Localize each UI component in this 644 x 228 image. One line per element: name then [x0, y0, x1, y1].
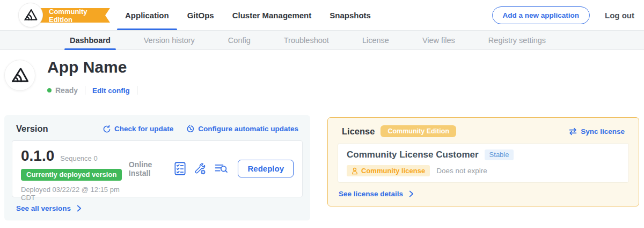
sync-arrows-icon — [568, 127, 577, 136]
tab-registry-settings[interactable]: Registry settings — [472, 31, 562, 49]
app-sub-nav: Dashboard Version history Config Trouble… — [0, 30, 644, 50]
check-for-update-link[interactable]: Check for update — [103, 125, 173, 133]
config-wrench-icon[interactable] — [194, 162, 206, 175]
tab-label: Troubleshoot — [284, 36, 329, 45]
nav-item-label: Cluster Management — [232, 11, 312, 20]
app-status-row: Ready Edit config — [47, 86, 144, 95]
version-card-links: Check for update Configure automatic upd… — [103, 125, 298, 133]
tab-label: Version history — [144, 36, 195, 45]
license-card-title: License — [342, 126, 375, 137]
version-card-header: Version Check for update — [12, 124, 303, 134]
tab-label: Registry settings — [488, 36, 546, 45]
redeploy-button[interactable]: Redeploy — [238, 160, 294, 177]
avatar — [4, 60, 35, 91]
replicated-mark-icon — [10, 66, 30, 85]
tab-label: View files — [422, 36, 455, 45]
see-license-details-link[interactable]: See license details — [339, 190, 629, 198]
link-label: Check for update — [114, 125, 173, 133]
tab-dashboard[interactable]: Dashboard — [53, 31, 127, 49]
nav-item-label: GitOps — [187, 11, 214, 20]
nav-item-gitops[interactable]: GitOps — [178, 0, 223, 30]
license-card: License Community Edition Sync license C… — [327, 117, 639, 206]
nav-item-cluster-management[interactable]: Cluster Management — [223, 0, 321, 30]
link-label: See all versions — [16, 204, 71, 212]
clock-refresh-icon — [186, 125, 195, 133]
license-summary-panel: Community License Customer Stable Commun… — [338, 143, 629, 183]
sync-license-link[interactable]: Sync license — [568, 127, 625, 136]
tab-troubleshoot[interactable]: Troubleshoot — [267, 31, 346, 49]
refresh-icon — [103, 125, 111, 133]
version-number: 0.1.0 — [21, 147, 54, 165]
nav-item-application[interactable]: Application — [116, 0, 178, 30]
sequence-label: Sequence 0 — [60, 154, 97, 162]
version-actions: Online Install — [129, 160, 294, 177]
channel-badge: Stable — [485, 149, 514, 160]
version-info-column: 0.1.0 Sequence 0 Currently deployed vers… — [21, 147, 129, 190]
license-card-header: License Community Edition Sync license — [338, 125, 629, 137]
version-card-title: Version — [16, 124, 48, 134]
divider — [85, 86, 85, 95]
primary-nav: Application GitOps Cluster Management Sn… — [116, 0, 380, 30]
divider — [137, 86, 137, 95]
configure-automatic-updates-link[interactable]: Configure automatic updates — [186, 125, 298, 133]
link-label: See license details — [339, 190, 403, 198]
app-header: App Name Ready Edit config — [0, 51, 644, 113]
tab-label: License — [362, 36, 389, 45]
ready-status-dot — [47, 88, 52, 92]
tab-version-history[interactable]: Version history — [127, 31, 211, 49]
tab-config[interactable]: Config — [211, 31, 267, 49]
link-label: Configure automatic updates — [198, 125, 298, 133]
nav-item-label: Snapshots — [330, 11, 371, 20]
customer-name: Community License Customer — [347, 149, 479, 160]
deploy-logs-icon[interactable] — [214, 163, 228, 174]
edit-config-link[interactable]: Edit config — [92, 87, 130, 95]
logout-button[interactable]: Log out — [599, 11, 640, 20]
brand-logo — [18, 3, 43, 27]
top-nav: Community Edition Application GitOps Clu… — [0, 0, 644, 30]
nav-item-snapshots[interactable]: Snapshots — [320, 0, 380, 30]
deployed-timestamp: Deployed 03/22/22 @ 12:15 pm CDT — [21, 186, 129, 202]
license-type-badge: Community license — [347, 165, 430, 176]
edition-ribbon-label: Community Edition — [49, 8, 110, 24]
chevron-right-icon — [409, 190, 414, 197]
status-badge: Ready — [55, 86, 78, 95]
license-type-label: Community license — [361, 167, 425, 175]
expiration-text: Does not expire — [436, 167, 487, 175]
page-title: App Name — [47, 58, 127, 76]
tab-view-files[interactable]: View files — [406, 31, 472, 49]
install-type-label: Online Install — [129, 160, 165, 177]
tab-label: Config — [228, 36, 251, 45]
currently-deployed-badge: Currently deployed version — [21, 169, 122, 181]
brand-badge: Community Edition — [18, 3, 109, 27]
version-card: Version Check for update — [4, 115, 310, 220]
add-application-button[interactable]: Add a new application — [492, 6, 590, 24]
tab-license[interactable]: License — [346, 31, 406, 49]
current-version-panel: 0.1.0 Sequence 0 Currently deployed vers… — [12, 140, 303, 197]
chevron-right-icon — [77, 205, 82, 212]
tab-label: Dashboard — [70, 36, 111, 45]
top-nav-right: Add a new application Log out — [492, 0, 640, 30]
link-label: Sync license — [581, 127, 625, 136]
person-icon — [352, 167, 358, 175]
community-edition-badge: Community Edition — [380, 125, 456, 137]
replicated-mark-icon — [23, 8, 38, 23]
nav-item-label: Application — [125, 11, 169, 20]
see-all-versions-link[interactable]: See all versions — [16, 204, 303, 212]
preflight-checklist-icon[interactable] — [174, 162, 186, 175]
